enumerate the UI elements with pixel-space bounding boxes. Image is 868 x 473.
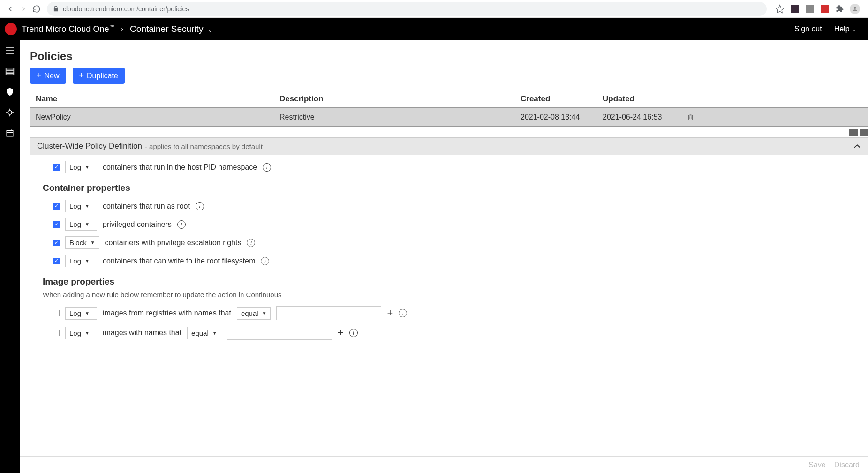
cell-name: NewPolicy xyxy=(36,113,279,121)
shield-icon[interactable] xyxy=(4,86,15,98)
svg-rect-2 xyxy=(6,71,14,73)
url-text: cloudone.trendmicro.com/container/polici… xyxy=(63,5,189,13)
action-select[interactable]: Log▼ xyxy=(65,307,97,320)
section-dropdown[interactable]: Container Security⌄ xyxy=(130,24,212,34)
rule-text: containers that run in the host PID name… xyxy=(103,163,257,172)
rule-row: ✓ Log▼ containers that run in the host P… xyxy=(43,158,855,176)
panel-title: Cluster-Wide Policy Definition xyxy=(37,142,142,151)
rule-text: containers that can write to the root fi… xyxy=(103,257,255,265)
rule-checkbox[interactable] xyxy=(53,310,60,316)
duplicate-button[interactable]: +Duplicate xyxy=(73,68,125,84)
section-note: When adding a new rule below remember to… xyxy=(43,291,855,299)
app-header: Trend Micro Cloud One™ › Container Secur… xyxy=(0,18,868,40)
discard-button[interactable]: Discard xyxy=(834,461,860,469)
splitter[interactable]: — — — xyxy=(30,130,868,137)
rule-row: Log▼images with names thatequal▼+i xyxy=(43,323,855,343)
info-icon[interactable]: i xyxy=(261,257,269,265)
action-select[interactable]: Block▼ xyxy=(65,236,99,249)
panel-subtitle: - applies to all namespaces by default xyxy=(145,143,263,150)
save-button[interactable]: Save xyxy=(808,461,825,469)
address-bar[interactable]: cloudone.trendmicro.com/container/polici… xyxy=(47,2,767,16)
reload-button[interactable] xyxy=(30,2,43,15)
rule-text: containers with privilege escalation rig… xyxy=(105,239,242,247)
rule-checkbox[interactable] xyxy=(53,330,60,336)
col-header-name[interactable]: Name xyxy=(36,94,279,104)
rule-text: containers that run as root xyxy=(103,202,190,210)
main-content: Policies +New +Duplicate Name Descriptio… xyxy=(20,40,868,473)
rule-row: ✓Log▼privileged containersi xyxy=(43,215,855,233)
info-icon[interactable]: i xyxy=(263,163,271,172)
col-header-description[interactable]: Description xyxy=(279,94,521,104)
help-dropdown[interactable]: Help ⌄ xyxy=(834,25,856,33)
operator-select[interactable]: equal▼ xyxy=(187,327,221,339)
rule-row: ✓Log▼containers that can write to the ro… xyxy=(43,252,855,270)
col-header-updated[interactable]: Updated xyxy=(603,94,687,104)
rule-row: ✓Log▼containers that run as rooti xyxy=(43,197,855,215)
action-select[interactable]: Log▼ xyxy=(65,218,97,231)
breadcrumb-chevron-icon: › xyxy=(121,25,123,33)
info-icon[interactable]: i xyxy=(177,220,186,229)
trendmicro-logo xyxy=(5,23,17,35)
ext-icon-3[interactable] xyxy=(819,3,830,15)
maximize-panel-icon[interactable] xyxy=(860,129,868,136)
svg-rect-1 xyxy=(6,68,14,70)
forward-button[interactable] xyxy=(17,2,30,15)
info-icon[interactable]: i xyxy=(196,202,204,210)
puzzle-icon[interactable] xyxy=(834,3,845,15)
collapse-icon[interactable] xyxy=(853,144,861,149)
section-heading-image: Image properties xyxy=(43,277,855,287)
svg-rect-3 xyxy=(6,74,14,75)
action-select[interactable]: Log▼ xyxy=(65,327,97,339)
col-header-created[interactable]: Created xyxy=(521,94,603,104)
operator-select[interactable]: equal▼ xyxy=(237,307,271,320)
section-heading-container: Container properties xyxy=(43,183,855,193)
rule-text: privileged containers xyxy=(103,220,172,229)
rule-checkbox[interactable]: ✓ xyxy=(53,203,60,210)
action-select[interactable]: Log▼ xyxy=(65,255,97,267)
add-rule-icon[interactable]: + xyxy=(338,327,344,339)
minimize-panel-icon[interactable] xyxy=(849,129,858,136)
rule-checkbox[interactable]: ✓ xyxy=(53,240,60,246)
rule-checkbox[interactable]: ✓ xyxy=(53,221,60,228)
brand-name[interactable]: Trend Micro Cloud One™ xyxy=(22,24,114,34)
policies-table: Name Description Created Updated NewPoli… xyxy=(30,90,868,127)
rule-checkbox[interactable]: ✓ xyxy=(53,164,60,171)
add-rule-icon[interactable]: + xyxy=(387,307,393,319)
rule-row: ✓Block▼containers with privilege escalat… xyxy=(43,233,855,252)
table-row[interactable]: NewPolicy Restrictive 2021-02-08 13:44 2… xyxy=(30,108,868,127)
cell-description: Restrictive xyxy=(279,113,521,121)
rule-checkbox[interactable]: ✓ xyxy=(53,258,60,264)
svg-point-4 xyxy=(8,111,12,114)
ext-icon-1[interactable] xyxy=(789,3,800,15)
back-button[interactable] xyxy=(4,2,17,15)
star-icon[interactable] xyxy=(774,3,785,15)
svg-point-0 xyxy=(854,7,856,9)
info-icon[interactable]: i xyxy=(247,239,255,247)
rule-text: images with names that xyxy=(103,329,181,337)
cell-created: 2021-02-08 13:44 xyxy=(521,113,603,121)
servers-icon[interactable] xyxy=(4,66,15,77)
panel-body: ✓ Log▼ containers that run in the host P… xyxy=(30,155,868,473)
lock-icon xyxy=(53,6,59,12)
value-input[interactable] xyxy=(227,326,332,340)
info-icon[interactable]: i xyxy=(399,309,407,317)
profile-icon[interactable] xyxy=(849,3,860,15)
sign-out-link[interactable]: Sign out xyxy=(794,25,822,33)
browser-toolbar: cloudone.trendmicro.com/container/polici… xyxy=(0,0,868,18)
panel-header[interactable]: Cluster-Wide Policy Definition - applies… xyxy=(30,137,868,155)
page-title: Policies xyxy=(30,50,868,63)
cell-updated: 2021-06-24 16:53 xyxy=(603,113,687,121)
value-input[interactable] xyxy=(276,306,381,320)
action-select[interactable]: Log▼ xyxy=(65,161,97,173)
sidebar-rail xyxy=(0,40,20,473)
target-icon[interactable] xyxy=(4,107,15,118)
save-bar: Save Discard xyxy=(20,456,868,473)
svg-rect-5 xyxy=(7,131,13,136)
calendar-icon[interactable] xyxy=(4,128,15,139)
info-icon[interactable]: i xyxy=(349,329,358,337)
new-button[interactable]: +New xyxy=(30,68,66,84)
ext-icon-2[interactable] xyxy=(804,3,815,15)
menu-icon[interactable] xyxy=(4,45,15,56)
action-select[interactable]: Log▼ xyxy=(65,200,97,212)
delete-icon[interactable] xyxy=(687,113,854,121)
